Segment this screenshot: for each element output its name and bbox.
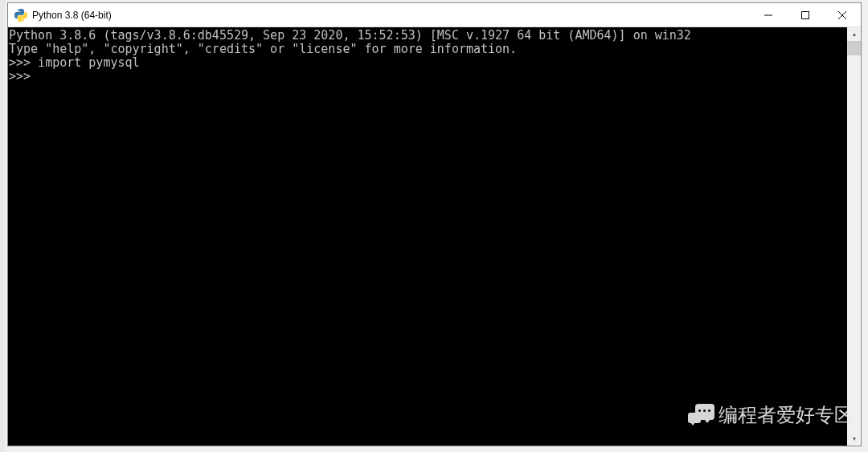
python-console-window: Python 3.8 (64-bit) Python 3.8.6 (tags/v… <box>7 2 862 446</box>
svg-rect-1 <box>802 11 809 18</box>
maximize-button[interactable] <box>787 3 824 26</box>
console-line: >>> import pymysql <box>9 55 140 70</box>
close-button[interactable] <box>824 3 861 26</box>
client-area: Python 3.8.6 (tags/v3.8.6:db45529, Sep 2… <box>8 27 861 446</box>
titlebar[interactable]: Python 3.8 (64-bit) <box>8 3 861 27</box>
scroll-down-arrow-icon[interactable]: ▾ <box>847 432 861 446</box>
scroll-track[interactable] <box>847 41 861 432</box>
background-window-edge <box>0 0 5 452</box>
vertical-scrollbar[interactable]: ▴ ▾ <box>847 27 861 446</box>
console-output[interactable]: Python 3.8.6 (tags/v3.8.6:db45529, Sep 2… <box>8 27 847 446</box>
window-title: Python 3.8 (64-bit) <box>32 10 750 21</box>
python-icon <box>14 9 27 22</box>
console-line: Python 3.8.6 (tags/v3.8.6:db45529, Sep 2… <box>9 28 691 43</box>
console-line: >>> <box>9 69 38 83</box>
minimize-button[interactable] <box>750 3 787 26</box>
scroll-thumb[interactable] <box>847 41 861 55</box>
scroll-up-arrow-icon[interactable]: ▴ <box>847 27 861 41</box>
console-line: Type "help", "copyright", "credits" or "… <box>9 42 517 56</box>
window-controls <box>750 3 861 26</box>
